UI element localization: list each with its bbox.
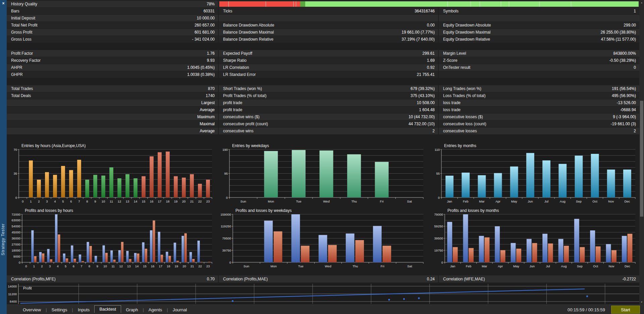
stats-row: Initial Deposit10 000.00 [7, 15, 639, 21]
svg-text:5: 5 [65, 264, 66, 268]
svg-text:54000: 54000 [12, 224, 20, 228]
svg-text:Sep: Sep [576, 199, 582, 203]
stat-label: consecutive wins [219, 129, 254, 133]
stat-value: 10 000.00 [197, 16, 218, 20]
svg-text:9: 9 [96, 264, 98, 268]
stat-value: 1.0038 (0.38%) [187, 72, 218, 77]
stat-value: 0.00 [427, 23, 438, 28]
quality-bar-separator [293, 1, 294, 7]
quality-bar-separator [501, 1, 501, 7]
quality-bar-segment [300, 1, 305, 7]
tab-overview[interactable]: Overview [18, 306, 46, 314]
stat-cell: Largest [7, 99, 218, 106]
quality-bar-separator [571, 1, 571, 7]
stat-cell: AHPR1.0045 (0.45%) [7, 64, 218, 71]
stats-row: Largestprofit trade10 508.00loss trade-1… [7, 99, 639, 106]
bar-chart-svg: 7200063000540004500036000270001800090000… [7, 208, 215, 270]
bar-chart-svg: 790005925039500197500JanFebMarAprMayJunJ… [430, 208, 638, 270]
stat-label: Long Trades (won %) [439, 86, 481, 91]
stat-cell: Gross Loss- 341 024.00 [7, 36, 218, 43]
tab-settings[interactable]: Settings [47, 306, 72, 314]
stat-cell: loss trade-0688.94 [438, 106, 639, 113]
scroll-down-arrow[interactable]: ▼ [639, 300, 644, 304]
stat-value: 364316746 [415, 9, 438, 13]
stat-label: Total Trades [7, 86, 33, 91]
tab-inputs[interactable]: Inputs [73, 306, 94, 314]
svg-text:17: 17 [159, 264, 162, 268]
stat-label: LR Standard Error [219, 72, 256, 77]
profit-legend: Profit [23, 286, 32, 290]
stat-label: Gross Loss [7, 37, 32, 42]
stat-label: Bars [7, 9, 19, 13]
svg-text:Profits and losses by hours: Profits and losses by hours [25, 208, 73, 213]
scroll-up-arrow[interactable]: ▲ [639, 0, 644, 5]
stat-cell: Short Trades (won %)679 (39.32%) [218, 85, 438, 92]
stat-value: 19 661.00 (7.77%) [401, 30, 438, 35]
svg-text:8: 8 [89, 264, 90, 268]
tab-agents[interactable]: Agents [144, 306, 167, 314]
stat-value: 299.00 [624, 23, 639, 28]
svg-text:21: 21 [191, 264, 194, 268]
stat-value: 78% [207, 2, 218, 6]
tab-graph[interactable]: Graph [121, 306, 143, 314]
quality-bar-separator [480, 1, 480, 7]
stat-label: loss trade [439, 100, 461, 105]
stat-value: 10 508.00 [417, 100, 438, 105]
svg-text:Jan: Jan [447, 199, 452, 203]
stat-cell [438, 71, 639, 78]
stat-value: 375 (43.10%) [411, 93, 438, 98]
stat-value: - 341 024.00 [192, 37, 218, 42]
stat-cell: profit trade1 604.48 [218, 106, 438, 113]
stats-row: Recovery Factor9.93Sharpe Ratio1.69Z-Sco… [7, 57, 639, 64]
svg-text:20: 20 [182, 199, 186, 203]
svg-text:Thu: Thu [353, 264, 358, 268]
svg-text:7: 7 [80, 264, 82, 268]
stat-value: Maximum [197, 115, 218, 119]
vertical-scrollbar[interactable]: ▲ ▼ [639, 0, 644, 304]
stat-value: 60331 [204, 9, 218, 13]
stat-label: Correlation (MFE,MAE) [439, 277, 485, 281]
svg-text:110: 110 [435, 148, 440, 151]
stat-label: LR Correlation [219, 65, 249, 70]
stat-cell: Expected Payoff299.61 [218, 50, 438, 57]
stat-label: profit trade [219, 100, 242, 105]
stat-value: 1.69 [427, 58, 438, 63]
stat-cell: Balance Drawdown Absolute0.00 [218, 22, 438, 29]
svg-text:21: 21 [190, 199, 194, 203]
svg-text:Feb: Feb [463, 199, 468, 203]
stat-label: Initial Deposit [7, 16, 35, 20]
svg-text:22: 22 [198, 264, 202, 268]
svg-text:19: 19 [175, 264, 178, 268]
svg-text:5: 5 [62, 199, 64, 203]
close-panel-button[interactable]: × [0, 0, 7, 7]
tab-backtest[interactable]: Backtest [94, 305, 121, 313]
stat-value: -0.50 (38.29%) [609, 58, 639, 63]
svg-text:190: 190 [222, 148, 228, 151]
stat-label: Expected Payoff [219, 51, 252, 56]
svg-text:Mar: Mar [479, 199, 484, 203]
start-button[interactable]: Start [611, 306, 640, 314]
svg-text:11200: 11200 [8, 292, 17, 296]
svg-text:59250: 59250 [434, 224, 443, 228]
svg-text:10: 10 [103, 264, 107, 268]
svg-text:3: 3 [49, 264, 51, 268]
stat-value: -0.2722 [622, 277, 639, 281]
stats-row: Averageconsecutive wins2consecutive loss… [7, 128, 639, 134]
svg-text:18: 18 [167, 264, 170, 268]
stat-label: Gross Profit [7, 30, 32, 35]
stat-label: consecutive losses [439, 129, 477, 133]
stat-cell: Maximal [7, 121, 218, 127]
tab-journal[interactable]: Journal [168, 306, 192, 314]
stat-value: 843800.00% [613, 51, 639, 56]
stat-label: Balance Drawdown Relative [219, 37, 273, 42]
stat-label: Equity Drawdown Absolute [439, 23, 491, 28]
scroll-thumb[interactable] [640, 101, 643, 217]
stat-value: 2 [634, 129, 639, 133]
stats-row: Profit Factor1.76Expected Payoff299.61Ma… [7, 50, 639, 57]
svg-text:Profits and losses by months: Profits and losses by months [447, 208, 499, 213]
stat-value: 299.61 [422, 51, 438, 56]
stat-cell [218, 15, 438, 21]
stat-label: Profit Factor [7, 51, 33, 56]
stat-label: Profit Trades (% of total) [219, 93, 266, 98]
stat-value: 0.70 [207, 277, 218, 281]
